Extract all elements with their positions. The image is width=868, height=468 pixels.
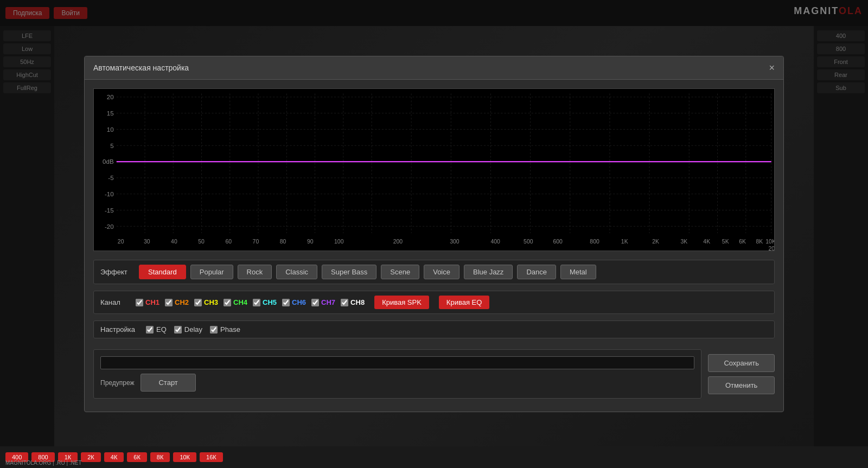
svg-text:15: 15 <box>107 110 114 117</box>
channel-ch4: CH4 <box>224 298 247 306</box>
svg-text:70: 70 <box>253 238 259 245</box>
modal-close-button[interactable]: × <box>769 63 775 73</box>
ch1-label: CH1 <box>145 298 159 306</box>
settings-row: Настройка EQ Delay Phase <box>93 320 775 338</box>
channel-ch2: CH2 <box>165 298 189 306</box>
svg-text:60: 60 <box>225 238 232 245</box>
bottom-btn-2k[interactable]: 2К <box>81 452 101 462</box>
modal-dialog: Автоматическая настройка × <box>84 56 784 412</box>
bottom-btn-4k[interactable]: 4К <box>104 452 124 462</box>
svg-text:0dB: 0dB <box>103 158 114 165</box>
bottom-bar: 400 800 1К 2К 4К 6К 8К 10К 16К MAGNITOLA… <box>0 446 868 468</box>
ch7-checkbox[interactable] <box>311 299 319 306</box>
effect-row: Эффект Standard Popular Rock Classic Sup… <box>93 260 775 284</box>
svg-text:-15: -15 <box>105 207 114 214</box>
bottom-btn-6k[interactable]: 6К <box>127 452 147 462</box>
ch6-label: CH6 <box>292 298 306 306</box>
effect-label: Эффект <box>100 268 130 276</box>
svg-text:500: 500 <box>524 238 533 245</box>
svg-text:40: 40 <box>171 238 177 245</box>
ch4-label: CH4 <box>233 298 247 306</box>
svg-text:8K: 8K <box>756 238 763 245</box>
progress-bar-container <box>100 356 694 369</box>
channel-ch5: CH5 <box>253 298 277 306</box>
channel-ch1: CH1 <box>136 298 159 306</box>
ch1-checkbox[interactable] <box>136 299 143 306</box>
channel-label: Канал <box>100 298 130 306</box>
settings-phase: Phase <box>210 325 240 334</box>
eq-chart-svg: 20 15 10 5 0dB -5 -10 -15 -20 20 30 40 5… <box>94 89 774 251</box>
cancel-button[interactable]: Отменить <box>708 376 775 394</box>
svg-text:50: 50 <box>198 238 205 245</box>
svg-text:6K: 6K <box>739 238 746 245</box>
curve-eq-button[interactable]: Кривая EQ <box>439 296 490 309</box>
svg-text:800: 800 <box>590 238 599 245</box>
svg-text:90: 90 <box>307 238 314 245</box>
modal-header: Автоматическая настройка × <box>85 56 783 80</box>
delay-label: Delay <box>184 325 202 334</box>
svg-text:400: 400 <box>491 238 501 245</box>
effect-popular-button[interactable]: Popular <box>190 265 233 279</box>
ch5-checkbox[interactable] <box>253 299 260 306</box>
channel-ch3: CH3 <box>194 298 218 306</box>
ch3-label: CH3 <box>204 298 218 306</box>
start-button[interactable]: Старт <box>141 374 195 392</box>
effect-dance-button[interactable]: Dance <box>517 265 556 279</box>
effect-standard-button[interactable]: Standard <box>139 265 186 279</box>
bottom-btn-8k[interactable]: 8К <box>150 452 170 462</box>
bottom-btn-16k[interactable]: 16К <box>200 452 223 462</box>
svg-text:-5: -5 <box>108 174 113 181</box>
svg-text:2K: 2K <box>652 238 659 245</box>
ch8-label: CH8 <box>350 298 365 306</box>
svg-text:5K: 5K <box>722 238 729 245</box>
svg-text:3K: 3K <box>681 238 688 245</box>
curve-spk-button[interactable]: Кривая SPK <box>374 296 429 309</box>
svg-text:30: 30 <box>144 238 150 245</box>
svg-text:20: 20 <box>107 93 114 100</box>
svg-text:-10: -10 <box>105 190 114 197</box>
progress-section: Предупреж Старт <box>93 349 701 399</box>
svg-text:80: 80 <box>280 238 286 245</box>
svg-text:5: 5 <box>110 142 113 149</box>
eq-checkbox[interactable] <box>146 326 154 334</box>
save-section: Сохранить Отменить <box>708 349 775 399</box>
effect-metal-button[interactable]: Metal <box>560 265 596 279</box>
delay-checkbox[interactable] <box>174 326 182 334</box>
svg-text:20K: 20K <box>769 245 774 251</box>
ch8-checkbox[interactable] <box>341 299 348 306</box>
ch3-checkbox[interactable] <box>194 299 202 306</box>
svg-text:100: 100 <box>334 238 344 245</box>
effect-scene-button[interactable]: Scene <box>381 265 419 279</box>
ch4-checkbox[interactable] <box>224 299 231 306</box>
svg-text:200: 200 <box>393 238 403 245</box>
effect-bluejazz-button[interactable]: Blue Jazz <box>464 265 513 279</box>
effect-superbass-button[interactable]: Super Bass <box>322 265 376 279</box>
modal-backdrop: Автоматическая настройка × <box>0 0 868 468</box>
channel-ch6: CH6 <box>282 298 306 306</box>
effect-voice-button[interactable]: Voice <box>424 265 459 279</box>
ch5-label: CH5 <box>263 298 277 306</box>
svg-text:10K: 10K <box>765 238 774 245</box>
svg-text:300: 300 <box>450 238 459 245</box>
channel-ch7: CH7 <box>311 298 335 306</box>
phase-checkbox[interactable] <box>210 326 218 334</box>
svg-text:10: 10 <box>107 126 114 133</box>
bottom-btn-10k[interactable]: 10К <box>173 452 196 462</box>
svg-text:20: 20 <box>118 238 124 245</box>
effect-classic-button[interactable]: Classic <box>276 265 317 279</box>
modal-title: Автоматическая настройка <box>93 63 189 72</box>
settings-delay: Delay <box>174 325 202 334</box>
ch2-label: CH2 <box>175 298 189 306</box>
ch6-checkbox[interactable] <box>282 299 290 306</box>
modal-body: 20 15 10 5 0dB -5 -10 -15 -20 20 30 40 5… <box>85 80 783 412</box>
effect-rock-button[interactable]: Rock <box>238 265 272 279</box>
save-button[interactable]: Сохранить <box>708 354 775 372</box>
copyright-text: MAGNITOLA.ORG | .RU | .NET <box>5 460 82 466</box>
channel-row: Канал CH1 CH2 CH3 CH4 <box>93 291 775 314</box>
ch7-label: CH7 <box>321 298 335 306</box>
ch2-checkbox[interactable] <box>165 299 173 306</box>
svg-text:-20: -20 <box>105 222 114 229</box>
action-row: Предупреж Старт Сохранить Отменить <box>93 345 775 403</box>
svg-text:600: 600 <box>553 238 563 245</box>
progress-text: Предупреж <box>100 379 134 387</box>
